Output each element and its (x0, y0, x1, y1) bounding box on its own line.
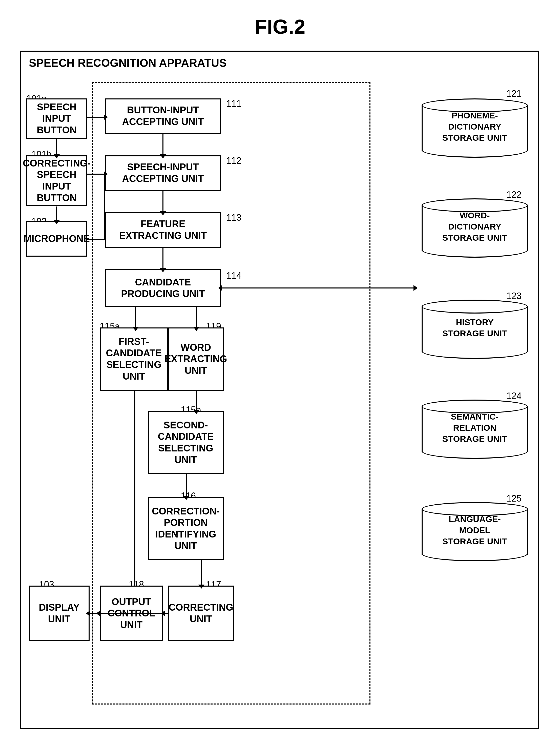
outer-label: SPEECH RECOGNITION APPARATUS (29, 57, 227, 69)
stub1 (131, 585, 132, 586)
button-input-accepting-unit-box: BUTTON-INPUT ACCEPTING UNIT (105, 98, 221, 134)
arrow-candidate-to-history-double (222, 288, 414, 289)
ref-121: 121 (506, 88, 522, 99)
line-candidate-to-first-v (135, 307, 136, 327)
arrow-correcting-speech-to-accepting (87, 173, 104, 174)
arrow-candidate-to-first (135, 325, 136, 327)
display-unit-box: DISPLAY UNIT (29, 586, 90, 641)
arrow-speech-to-feature (162, 191, 163, 212)
ref-114: 114 (226, 270, 241, 281)
feature-extracting-unit-box: FEATURE EXTRACTING UNIT (105, 212, 221, 248)
arrow-correcting-to-mic (56, 206, 57, 221)
arrow-output-to-display (90, 613, 100, 614)
phoneme-dictionary-storage-cylinder: PHONEME- DICTIONARY STORAGE UNIT (422, 98, 528, 151)
arrow-word-to-second (196, 391, 197, 411)
microphone-box: MICROPHONE (26, 221, 87, 257)
line-first-to-output-v (134, 391, 135, 586)
history-storage-cylinder: HISTORY STORAGE UNIT (422, 300, 528, 352)
second-candidate-selecting-unit-box: SECOND- CANDIDATE SELECTING UNIT (148, 411, 224, 474)
language-model-storage-cylinder: LANGUAGE- MODEL STORAGE UNIT (422, 502, 528, 555)
outer-container: SPEECH RECOGNITION APPARATUS 101a SPEECH… (20, 51, 539, 729)
ref-113: 113 (226, 212, 241, 223)
speech-input-accepting-unit-box: SPEECH-INPUT ACCEPTING UNIT (105, 155, 221, 191)
arrow-second-to-correction-portion (186, 474, 187, 496)
line-mic-v (104, 173, 105, 240)
arrow-candidate-to-word (196, 325, 197, 327)
figure-title: FIG.2 (0, 0, 560, 38)
semantic-relation-storage-cylinder: SEMANTIC- RELATION STORAGE UNIT (422, 399, 528, 452)
candidate-producing-unit-box: CANDIDATE PRODUCING UNIT (105, 269, 221, 307)
word-dictionary-storage-cylinder: WORD- DICTIONARY STORAGE UNIT (422, 198, 528, 251)
line-mic-h (87, 239, 105, 240)
word-extracting-unit-box: WORD EXTRACTING UNIT (168, 327, 224, 391)
ref-111: 111 (226, 98, 241, 109)
correcting-unit-box: CORRECTING UNIT (168, 586, 234, 641)
arrow-correcting-to-output-control (100, 613, 168, 614)
first-candidate-selecting-unit-box: FIRST- CANDIDATE SELECTING UNIT (100, 327, 168, 391)
arrow-feature-to-candidate (162, 248, 163, 269)
arrow-correction-to-correcting (201, 560, 202, 585)
correcting-speech-input-button-box: CORRECTING- SPEECH INPUT BUTTON (26, 155, 87, 206)
arrow-speech-to-correcting (56, 139, 57, 155)
correction-portion-identifying-unit-box: CORRECTION- PORTION IDENTIFYING UNIT (148, 497, 224, 560)
arrow-speech-to-button-accepting (87, 117, 104, 118)
ref-112: 112 (226, 155, 241, 166)
page: FIG.2 100 SPEECH RECOGNITION APPARATUS 1… (0, 0, 560, 745)
speech-input-button-box: SPEECH INPUT BUTTON (26, 98, 87, 139)
line-candidate-to-word-v (196, 307, 197, 327)
arrow-button-to-speech (162, 134, 163, 155)
